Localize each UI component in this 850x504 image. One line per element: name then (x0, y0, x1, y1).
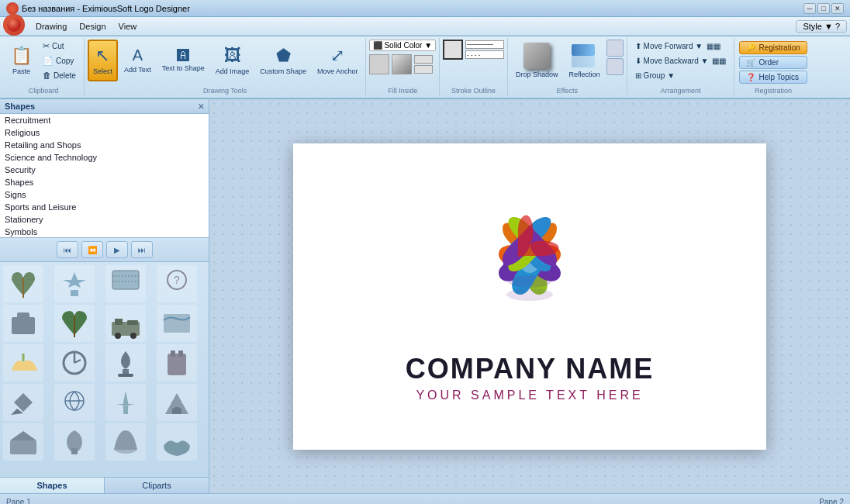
clipboard-group: 📋 Paste ✂ Cut 📄 Copy 🗑 Delete (3, 38, 85, 96)
shape-item-14[interactable] (54, 384, 95, 421)
shape-item-20[interactable] (157, 423, 197, 461)
effects-content: Drop Shadow Reflection (511, 40, 624, 85)
cut-button[interactable]: ✂ Cut (38, 40, 81, 53)
shape-item-6[interactable] (54, 305, 95, 342)
shape-item-12[interactable] (157, 344, 197, 381)
move-backward-button[interactable]: ⬇ Move Backward ▼ ▦▦ (631, 54, 731, 67)
svg-rect-22 (168, 354, 186, 375)
close-btn[interactable]: ✕ (831, 3, 844, 14)
reflection-button[interactable]: Reflection (565, 40, 605, 82)
clipboard-small-group: ✂ Cut 📄 Copy 🗑 Delete (38, 40, 81, 81)
player-prev-btn[interactable]: ⏪ (81, 241, 103, 258)
shape-item-10[interactable] (54, 344, 95, 381)
reg-area: 🔑 Registration 🛒 Order ❓ Help Topics (738, 40, 808, 85)
effects-toggle-1[interactable] (606, 40, 624, 57)
list-item-retailing[interactable]: Retailing and Shops (0, 139, 209, 151)
stroke-content: ────── - - - - (443, 40, 504, 85)
minimize-btn[interactable]: ─ (803, 3, 816, 14)
registration-group: 🔑 Registration 🛒 Order ❓ Help Topics Reg… (734, 38, 811, 96)
list-item-sports[interactable]: Sports and Leisure (0, 201, 209, 213)
add-text-button[interactable]: A Add Text (119, 40, 156, 81)
menu-view[interactable]: View (112, 20, 143, 33)
paste-button[interactable]: 📋 Paste (6, 40, 36, 81)
effects-toggles (606, 40, 624, 75)
list-item-symbols[interactable]: Symbols (0, 226, 209, 238)
list-item-signs[interactable]: Signs (0, 188, 209, 201)
reflection-icon (572, 43, 598, 69)
fill-text: Solid Color ▼ (384, 41, 432, 50)
company-name: COMPANY NAME (406, 353, 655, 385)
player-last-btn[interactable]: ⏭ (131, 241, 153, 258)
stroke-swatch[interactable] (443, 40, 463, 60)
fill-swatch-1[interactable] (369, 54, 389, 74)
drop-shadow-button[interactable]: Drop Shadow (511, 40, 563, 82)
shapes-list[interactable]: Recruitment Religious Retailing and Shop… (0, 114, 209, 238)
text-to-shape-label: Text to Shape (162, 64, 205, 73)
shape-item-9[interactable] (3, 344, 43, 381)
fill-toggle-2[interactable] (414, 65, 433, 74)
shape-item-19[interactable] (105, 423, 146, 461)
player-first-btn[interactable]: ⏮ (57, 241, 78, 258)
shape-item-7[interactable] (105, 305, 146, 342)
svg-rect-13 (115, 319, 123, 325)
order-label: Order (758, 58, 779, 67)
shapes-grid-inner: ? (3, 265, 206, 461)
shape-item-3[interactable] (105, 265, 146, 302)
move-forward-extra-icon: ▦▦ (707, 42, 720, 50)
maximize-btn[interactable]: □ (817, 3, 830, 14)
fill-swatch-2[interactable] (392, 54, 412, 74)
add-image-button[interactable]: 🖼 Add Image (211, 40, 254, 81)
status-right: Pane 2 (819, 498, 844, 504)
list-item-science[interactable]: Science and Technology (0, 151, 209, 164)
shape-item-11[interactable] (105, 344, 146, 381)
group-button[interactable]: ⊞ Group ▼ (631, 69, 679, 81)
fill-toggle-1[interactable] (414, 55, 433, 64)
effects-toggle-2[interactable] (606, 58, 624, 75)
shape-item-8[interactable] (157, 305, 197, 342)
logo-clover (452, 167, 607, 322)
shape-item-17[interactable] (3, 423, 43, 461)
list-item-security[interactable]: Security (0, 164, 209, 176)
shape-item-1[interactable] (3, 265, 43, 302)
list-item-shapes[interactable]: Shapes (0, 176, 209, 188)
delete-button[interactable]: 🗑 Delete (38, 69, 81, 81)
copy-button[interactable]: 📄 Copy (38, 54, 81, 67)
select-button[interactable]: ↖ Select (88, 40, 118, 81)
stroke-width[interactable]: ────── (465, 40, 504, 49)
shape-item-2[interactable] (54, 265, 95, 302)
shape-item-4[interactable]: ? (157, 265, 197, 302)
custom-shape-button[interactable]: ⬟ Custom Shape (255, 40, 311, 81)
fill-dropdown[interactable]: ⬛ Solid Color ▼ (369, 40, 436, 51)
text-to-shape-button[interactable]: 🅰 Text to Shape (157, 40, 209, 81)
move-backward-label: Move Backward ▼ (644, 57, 709, 65)
stroke-style[interactable]: - - - - (465, 50, 504, 59)
drop-shadow-icon (523, 43, 550, 69)
list-item-recruitment[interactable]: Recruitment (0, 114, 209, 126)
menu-drawing[interactable]: Drawing (29, 20, 73, 33)
shape-item-18[interactable] (54, 423, 95, 461)
fill-label-group: Fill Inside (369, 85, 436, 95)
ribbon-bar: 📋 Paste ✂ Cut 📄 Copy 🗑 Delete (0, 36, 850, 99)
menu-bar: Drawing Design View Style ▼ ? (0, 17, 850, 36)
move-forward-button[interactable]: ⬆ Move Forward ▼ ▦▦ (631, 40, 726, 52)
text-to-shape-icon: 🅰 (177, 49, 189, 63)
shape-item-15[interactable] (105, 384, 146, 421)
help-button[interactable]: ❓ Help Topics (739, 71, 807, 84)
order-button[interactable]: 🛒 Order (739, 56, 807, 69)
shape-item-16[interactable] (157, 384, 197, 421)
shape-item-5[interactable] (3, 305, 43, 342)
help-icon: ❓ (746, 73, 755, 81)
sidebar-close-btn[interactable]: ✕ (198, 102, 204, 111)
list-item-religious[interactable]: Religious (0, 126, 209, 139)
register-button[interactable]: 🔑 Registration (739, 41, 807, 54)
tab-shapes[interactable]: Shapes (0, 478, 105, 493)
style-dropdown[interactable]: Style ▼ ? (796, 20, 847, 33)
shape-item-13[interactable] (3, 384, 43, 421)
player-play-btn[interactable]: ▶ (106, 241, 128, 258)
register-icon: 🔑 (746, 43, 755, 52)
move-anchor-button[interactable]: ⤢ Move Anchor (313, 40, 363, 81)
tab-cliparts[interactable]: Cliparts (105, 478, 209, 493)
menu-design[interactable]: Design (73, 20, 112, 33)
style-label: Style ▼ (803, 22, 832, 31)
list-item-stationery[interactable]: Stationery (0, 213, 209, 226)
